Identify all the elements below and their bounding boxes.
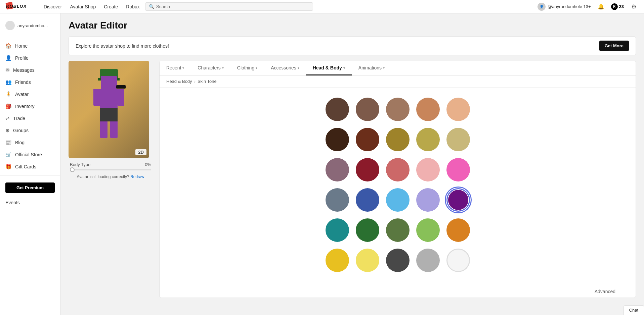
tabs-container: Recent ▾ Characters ▾ Clothing ▾ Accesso… [159,61,636,298]
avatar-error: Avatar isn't loading correctly? Redraw [69,174,153,179]
color-dark-green[interactable] [356,218,379,242]
breadcrumb: Head & Body › Skin Tone [160,75,636,88]
color-medium-tan[interactable] [416,98,440,121]
advanced-link[interactable]: Advanced [160,282,636,298]
avatar-left-arm [93,89,100,106]
color-purple[interactable] [446,188,470,212]
color-mauve[interactable] [326,158,349,181]
sidebar-user[interactable]: anyrandomho... [0,17,60,34]
sidebar-item-official-store[interactable]: 🛒 Official Store [0,149,60,161]
sidebar-item-gift-cards[interactable]: 🎁 Gift Cards [0,161,60,173]
notifications-button[interactable]: 🔔 [596,2,606,11]
sidebar-item-events[interactable]: Events [0,197,60,208]
sidebar-item-messages[interactable]: ✉ Messages [0,64,60,76]
color-orange[interactable] [446,218,470,242]
color-light-green[interactable] [416,218,440,242]
color-lavender[interactable] [416,188,440,212]
color-hot-pink[interactable] [446,158,470,181]
sidebar-label-inventory: Inventory [15,104,35,109]
nav-avatar-shop[interactable]: Avatar Shop [70,4,96,9]
color-tan[interactable] [386,98,410,121]
robux-count[interactable]: R 23 [611,3,624,10]
tab-recent[interactable]: Recent ▾ [160,61,191,75]
tab-head-body[interactable]: Head & Body ▾ [306,61,352,75]
breadcrumb-parent-link[interactable]: Head & Body [166,79,192,84]
search-bar: 🔍 [145,2,313,11]
trade-icon: ⇌ [5,115,10,121]
tab-characters[interactable]: Characters ▾ [191,61,230,75]
color-olive-brown[interactable] [386,128,410,151]
color-light-tan[interactable] [446,98,470,121]
color-dark-gray[interactable] [386,249,410,272]
color-olive-green[interactable] [386,218,410,242]
user-info[interactable]: 👤 @anyrandomhole 13+ [538,3,591,11]
search-input[interactable] [156,4,309,9]
nav-discover[interactable]: Discover [44,4,62,9]
inventory-icon: 🎒 [5,103,12,109]
color-dark-red-brown[interactable] [356,128,379,151]
skin-tone-grid [180,98,615,272]
color-medium-brown[interactable] [356,98,379,121]
chevron-down-icon: ▾ [222,66,224,70]
svg-text:ROBLOX: ROBLOX [6,4,27,9]
sidebar-item-blog[interactable]: 📰 Blog [0,137,60,149]
shop-banner: Explore the avatar shop to find more clo… [69,36,636,55]
friends-icon: 👥 [5,79,12,85]
sidebar: anyrandomho... 🏠 Home 👤 Profile ✉ Messag… [0,13,60,315]
chevron-down-icon: ▾ [298,66,299,70]
chevron-down-icon: ▾ [182,66,184,70]
profile-icon: 👤 [5,55,12,61]
skin-tone-row-4 [180,218,615,242]
chevron-down-icon: ▾ [383,66,385,70]
robux-icon: R [611,3,618,10]
color-very-dark-brown[interactable] [326,128,349,151]
color-light-yellow[interactable] [356,249,379,272]
color-steel-blue[interactable] [326,188,349,212]
redraw-link[interactable]: Redraw [130,174,144,179]
sidebar-item-groups[interactable]: ⊕ Groups [0,124,60,137]
color-medium-olive[interactable] [416,128,440,151]
messages-icon: ✉ [5,67,10,73]
color-medium-blue[interactable] [356,188,379,212]
sidebar-item-avatar[interactable]: 🧍 Avatar [0,88,60,100]
top-navigation: ROBLOX Discover Avatar Shop Create Robux… [0,0,644,13]
avatar-preview: 2D [69,61,149,158]
chat-panel[interactable]: Chat [624,305,644,315]
nav-create[interactable]: Create [104,4,118,9]
gift-icon: 🎁 [5,164,12,170]
color-yellow[interactable] [326,249,349,272]
tab-accessories[interactable]: Accessories ▾ [264,61,306,75]
sidebar-item-profile[interactable]: 👤 Profile [0,52,60,64]
color-light-gray[interactable] [416,249,440,272]
nav-robux[interactable]: Robux [126,4,139,9]
skin-tone-row-5 [180,249,615,272]
color-teal[interactable] [326,218,349,242]
color-dark-brown[interactable] [326,98,349,121]
avatar-right-arm [118,89,124,106]
sidebar-item-inventory[interactable]: 🎒 Inventory [0,100,60,112]
sidebar-item-trade[interactable]: ⇌ Trade [0,112,60,124]
tab-clothing[interactable]: Clothing ▾ [230,61,264,75]
body-type-percent: 0% [145,162,151,167]
color-sky-blue[interactable] [386,188,410,212]
color-white[interactable] [446,249,470,272]
tab-animations[interactable]: Animations ▾ [352,61,391,75]
color-light-pink[interactable] [416,158,440,181]
breadcrumb-current: Skin Tone [198,79,217,84]
body-type-slider[interactable] [70,169,151,170]
sidebar-username: anyrandomho... [17,23,48,28]
body-type-label-row: Body Type 0% [70,162,151,167]
settings-button[interactable]: ⚙ [629,2,639,11]
color-light-olive[interactable] [446,128,470,151]
banner-text: Explore the avatar shop to find more clo… [76,43,169,49]
sidebar-label-messages: Messages [13,67,35,73]
get-premium-button[interactable]: Get Premium [5,182,55,193]
skin-tone-row-2 [180,158,615,181]
body-type-thumb[interactable] [70,167,75,172]
avatar-head [101,76,117,89]
color-salmon[interactable] [386,158,410,181]
sidebar-item-friends[interactable]: 👥 Friends [0,76,60,88]
sidebar-item-home[interactable]: 🏠 Home [0,40,60,52]
get-more-button[interactable]: Get More [599,41,629,51]
color-dark-red[interactable] [356,158,379,181]
